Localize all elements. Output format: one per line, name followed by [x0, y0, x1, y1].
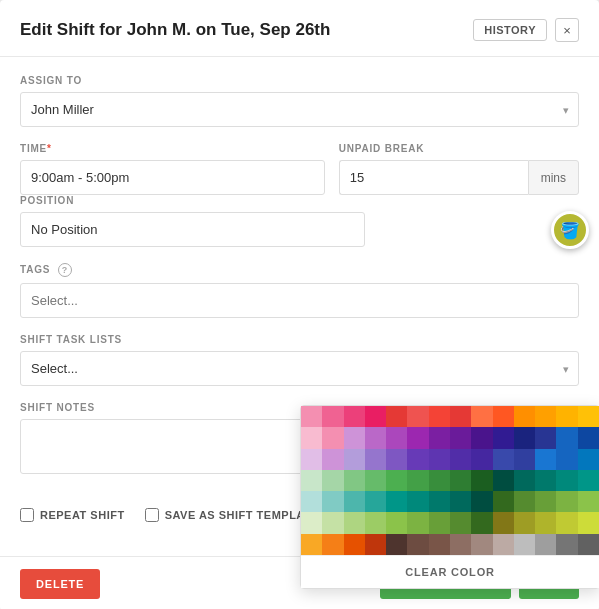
color-cell[interactable]	[493, 427, 514, 448]
color-cell[interactable]	[471, 449, 492, 470]
color-cell[interactable]	[514, 470, 535, 491]
color-cell[interactable]	[493, 512, 514, 533]
color-cell[interactable]	[322, 449, 343, 470]
repeat-shift-checkbox[interactable]	[20, 508, 34, 522]
color-cell[interactable]	[493, 534, 514, 555]
color-cell[interactable]	[429, 427, 450, 448]
color-cell[interactable]	[493, 491, 514, 512]
color-cell[interactable]	[407, 427, 428, 448]
color-cell[interactable]	[535, 512, 556, 533]
color-cell[interactable]	[578, 491, 599, 512]
color-cell[interactable]	[450, 512, 471, 533]
color-cell[interactable]	[429, 449, 450, 470]
color-cell[interactable]	[322, 427, 343, 448]
color-cell[interactable]	[386, 470, 407, 491]
color-cell[interactable]	[365, 534, 386, 555]
assign-to-select[interactable]: John Miller	[20, 92, 579, 127]
color-cell[interactable]	[407, 470, 428, 491]
color-cell[interactable]	[322, 512, 343, 533]
color-cell[interactable]	[322, 406, 343, 427]
color-cell[interactable]	[578, 449, 599, 470]
color-cell[interactable]	[301, 491, 322, 512]
shift-task-lists-select[interactable]: Select...	[20, 351, 579, 386]
color-cell[interactable]	[344, 491, 365, 512]
color-cell[interactable]	[301, 534, 322, 555]
color-cell[interactable]	[556, 427, 577, 448]
color-cell[interactable]	[450, 406, 471, 427]
close-button[interactable]: ×	[555, 18, 579, 42]
color-cell[interactable]	[301, 406, 322, 427]
history-button[interactable]: HISTORY	[473, 19, 547, 41]
color-cell[interactable]	[578, 470, 599, 491]
color-cell[interactable]	[535, 470, 556, 491]
color-cell[interactable]	[556, 534, 577, 555]
color-cell[interactable]	[407, 491, 428, 512]
color-cell[interactable]	[471, 427, 492, 448]
color-cell[interactable]	[514, 427, 535, 448]
color-cell[interactable]	[429, 406, 450, 427]
color-cell[interactable]	[407, 449, 428, 470]
color-cell[interactable]	[514, 512, 535, 533]
color-picker-trigger-button[interactable]: 🪣	[551, 211, 589, 249]
color-cell[interactable]	[578, 406, 599, 427]
color-cell[interactable]	[471, 534, 492, 555]
position-input[interactable]	[20, 212, 365, 247]
save-as-template-checkbox[interactable]	[145, 508, 159, 522]
color-cell[interactable]	[450, 534, 471, 555]
color-cell[interactable]	[450, 449, 471, 470]
color-cell[interactable]	[365, 512, 386, 533]
color-cell[interactable]	[556, 491, 577, 512]
color-cell[interactable]	[556, 406, 577, 427]
color-cell[interactable]	[535, 427, 556, 448]
color-cell[interactable]	[386, 512, 407, 533]
color-cell[interactable]	[514, 534, 535, 555]
color-cell[interactable]	[535, 406, 556, 427]
color-cell[interactable]	[578, 512, 599, 533]
color-cell[interactable]	[493, 449, 514, 470]
color-cell[interactable]	[493, 470, 514, 491]
color-cell[interactable]	[429, 512, 450, 533]
color-cell[interactable]	[322, 491, 343, 512]
color-cell[interactable]	[471, 406, 492, 427]
color-cell[interactable]	[386, 427, 407, 448]
color-cell[interactable]	[450, 427, 471, 448]
color-cell[interactable]	[578, 534, 599, 555]
color-cell[interactable]	[344, 406, 365, 427]
color-cell[interactable]	[471, 470, 492, 491]
color-cell[interactable]	[301, 449, 322, 470]
delete-button[interactable]: DELETE	[20, 569, 100, 599]
color-cell[interactable]	[429, 470, 450, 491]
color-cell[interactable]	[535, 449, 556, 470]
color-cell[interactable]	[429, 491, 450, 512]
color-cell[interactable]	[578, 427, 599, 448]
color-cell[interactable]	[407, 512, 428, 533]
color-cell[interactable]	[344, 470, 365, 491]
color-cell[interactable]	[556, 470, 577, 491]
color-cell[interactable]	[514, 449, 535, 470]
color-cell[interactable]	[535, 491, 556, 512]
color-cell[interactable]	[450, 470, 471, 491]
color-cell[interactable]	[407, 534, 428, 555]
time-input[interactable]	[20, 160, 325, 195]
unpaid-break-input[interactable]	[339, 160, 528, 195]
color-cell[interactable]	[301, 512, 322, 533]
color-cell[interactable]	[556, 449, 577, 470]
save-as-template-checkbox-label[interactable]: SAVE AS SHIFT TEMPLATE	[145, 508, 319, 522]
color-cell[interactable]	[344, 534, 365, 555]
color-cell[interactable]	[556, 512, 577, 533]
color-cell[interactable]	[365, 491, 386, 512]
color-cell[interactable]	[344, 427, 365, 448]
color-cell[interactable]	[322, 534, 343, 555]
tags-info-icon[interactable]: ?	[58, 263, 72, 277]
color-cell[interactable]	[493, 406, 514, 427]
color-cell[interactable]	[365, 427, 386, 448]
color-cell[interactable]	[344, 512, 365, 533]
color-cell[interactable]	[365, 470, 386, 491]
color-cell[interactable]	[365, 449, 386, 470]
color-cell[interactable]	[386, 534, 407, 555]
color-cell[interactable]	[301, 470, 322, 491]
color-cell[interactable]	[386, 449, 407, 470]
color-cell[interactable]	[450, 491, 471, 512]
color-cell[interactable]	[386, 406, 407, 427]
color-cell[interactable]	[471, 512, 492, 533]
